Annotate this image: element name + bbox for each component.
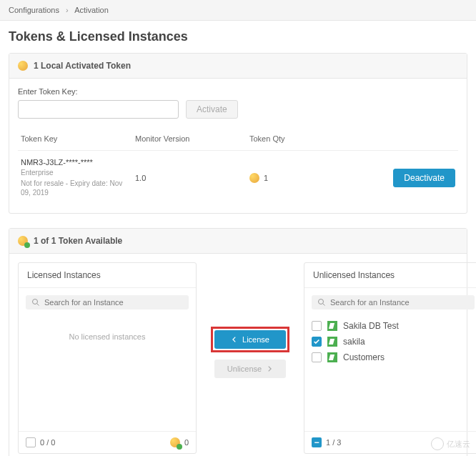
license-button-highlight: License: [211, 327, 289, 352]
unlicensed-instances-box: Unlicensed Instances Sakila DB Testsakil…: [304, 262, 476, 454]
chevron-left-icon: [231, 336, 238, 343]
licensed-empty-text: No licensed instances: [26, 318, 189, 355]
watermark-text: 亿速云: [447, 439, 470, 450]
unlicense-button[interactable]: Unlicense: [214, 360, 286, 378]
token-key-input[interactable]: [18, 100, 179, 119]
licensed-search[interactable]: [26, 295, 189, 309]
unlicensed-footer-count: 1 / 3: [326, 438, 341, 447]
token-tier: Enterprise: [21, 168, 128, 177]
svg-point-2: [319, 299, 324, 304]
token-coin-icon: [249, 173, 259, 183]
instance-row[interactable]: sakila: [312, 334, 475, 350]
license-button-label: License: [242, 335, 269, 344]
instance-row[interactable]: Customers: [312, 350, 475, 365]
panel-header-text: 1 Local Activated Token: [34, 61, 131, 71]
watermark-icon: [431, 437, 444, 450]
activate-button[interactable]: Activate: [186, 100, 238, 119]
select-all-licensed[interactable]: [26, 437, 36, 447]
transfer-controls: License Unlicense: [211, 262, 289, 378]
select-all-unlicensed[interactable]: −: [312, 437, 322, 447]
svg-line-1: [37, 304, 39, 306]
chevron-right-icon: ›: [66, 6, 69, 14]
search-icon: [317, 298, 326, 307]
breadcrumb: Configurations › Activation: [0, 0, 476, 21]
breadcrumb-current: Activation: [74, 6, 109, 14]
token-expiry: Not for resale - Expiry date: Nov 09, 20…: [21, 179, 128, 197]
licensed-title: Licensed Instances: [19, 263, 196, 288]
token-input-label: Enter Token Key:: [18, 87, 458, 96]
instance-checkbox[interactable]: [312, 352, 322, 362]
col-token-key: Token Key: [18, 130, 132, 151]
instance-name: Sakila DB Test: [343, 321, 399, 331]
panel-header: 1 Local Activated Token: [9, 54, 467, 79]
breadcrumb-root[interactable]: Configurations: [9, 6, 59, 14]
col-monitor-version: Monitor Version: [132, 130, 247, 151]
watermark: 亿速云: [431, 437, 470, 450]
database-icon: [327, 352, 337, 362]
page-title: Tokens & Licensed Instances: [9, 29, 467, 44]
instance-row[interactable]: Sakila DB Test: [312, 318, 475, 334]
tokens-table: Token Key Monitor Version Token Qty NMR3…: [18, 130, 458, 204]
unlicensed-search-input[interactable]: [330, 298, 469, 307]
activated-tokens-panel: 1 Local Activated Token Enter Token Key:…: [9, 53, 467, 214]
unlicense-button-label: Unlicense: [227, 365, 262, 373]
license-button[interactable]: License: [214, 330, 286, 349]
unlicensed-search[interactable]: [312, 295, 475, 309]
chevron-right-icon: [266, 365, 273, 372]
token-available-panel: 1 of 1 Token Available Licensed Instance…: [9, 228, 467, 456]
token-coin-icon: [18, 61, 28, 71]
svg-point-0: [33, 299, 38, 304]
col-token-qty: Token Qty: [247, 130, 387, 151]
panel-header: 1 of 1 Token Available: [9, 229, 467, 254]
instance-name: Customers: [343, 352, 385, 362]
deactivate-button[interactable]: Deactivate: [393, 169, 455, 187]
licensed-search-input[interactable]: [44, 298, 183, 307]
unlicensed-title: Unlicensed Instances: [304, 263, 476, 288]
licensed-instances-box: Licensed Instances No licensed instances…: [18, 262, 197, 454]
search-icon: [31, 298, 40, 307]
instance-checkbox[interactable]: [312, 321, 322, 331]
database-icon: [327, 337, 337, 347]
token-key-value: NMR3-J3LZ-****-****: [21, 158, 129, 167]
monitor-version-value: 1.0: [132, 151, 247, 204]
token-qty-value: 1: [264, 174, 268, 182]
database-icon: [327, 321, 337, 331]
licensed-footer-count: 0 / 0: [40, 438, 55, 447]
token-coin-badge-icon: [18, 236, 28, 246]
token-coin-badge-icon: [170, 437, 180, 447]
instance-checkbox[interactable]: [312, 337, 322, 347]
svg-line-3: [323, 304, 325, 306]
instance-name: sakila: [343, 337, 365, 347]
licensed-footer-tokens: 0: [184, 438, 189, 447]
panel-header-text: 1 of 1 Token Available: [34, 236, 122, 246]
